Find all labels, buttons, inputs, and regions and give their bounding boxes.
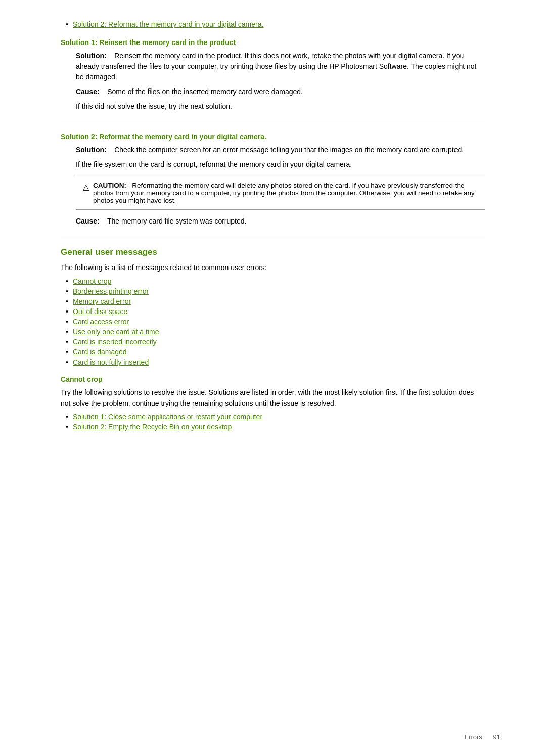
cannot-crop-intro: Try the following solutions to resolve t…	[61, 387, 485, 409]
link-card-not-fully-inserted[interactable]: Card is not fully inserted	[73, 358, 149, 366]
solution1-cause-text: Some of the files on the inserted memory…	[107, 87, 303, 96]
general-section: General user messages The following is a…	[61, 247, 485, 431]
caution-label: CAUTION:	[93, 182, 126, 189]
caution-body: Reformatting the memory card will delete…	[93, 182, 475, 204]
solution1-solution-text: Reinsert the memory card in the product.…	[76, 52, 476, 81]
list-item-card-not-fully-inserted: Card is not fully inserted	[66, 358, 485, 366]
list-item-cannot-crop: Cannot crop	[66, 277, 485, 285]
solution1-heading: Solution 1: Reinsert the memory card in …	[61, 38, 485, 47]
list-item-out-of-disk: Out of disk space	[66, 307, 485, 316]
link-card-access-error[interactable]: Card access error	[73, 318, 129, 326]
list-item-solution2-empty-bin: Solution 2: Empty the Recycle Bin on you…	[66, 423, 485, 431]
page-footer: Errors 91	[464, 733, 500, 741]
list-item-solution1-close: Solution 1: Close some applications or r…	[66, 413, 485, 421]
caution-text: CAUTION: Reformatting the memory card wi…	[93, 182, 478, 204]
general-intro: The following is a list of messages rela…	[61, 262, 485, 273]
cannot-crop-links-list: Solution 1: Close some applications or r…	[61, 413, 485, 431]
divider-1	[61, 122, 485, 122]
solution2-para2: If the file system on the card is corrup…	[76, 159, 485, 170]
list-item-borderless: Borderless printing error	[66, 287, 485, 295]
link-card-inserted-incorrectly[interactable]: Card is inserted incorrectly	[73, 338, 157, 346]
solution2-cause-text: The memory card file system was corrupte…	[107, 217, 246, 225]
solution2-cause-label: Cause:	[76, 217, 100, 225]
link-borderless-printing-error[interactable]: Borderless printing error	[73, 287, 149, 295]
general-heading: General user messages	[61, 247, 485, 257]
list-item-memory-card-error: Memory card error	[66, 297, 485, 305]
solution1-next: If this did not solve the issue, try the…	[76, 101, 485, 112]
link-cannot-crop[interactable]: Cannot crop	[73, 277, 111, 285]
caution-triangle-icon: △	[83, 182, 89, 204]
caution-box: △ CAUTION: Reformatting the memory card …	[76, 176, 485, 210]
solution1-cause-para: Cause: Some of the files on the inserted…	[76, 86, 485, 97]
general-links-list: Cannot crop Borderless printing error Me…	[61, 277, 485, 366]
link-use-only-one-card[interactable]: Use only one card at a time	[73, 328, 159, 336]
link-out-of-disk-space[interactable]: Out of disk space	[73, 307, 127, 316]
list-item-card-access-error: Card access error	[66, 318, 485, 326]
divider-2	[61, 237, 485, 237]
link-card-damaged[interactable]: Card is damaged	[73, 348, 127, 356]
link-solution2-empty-bin[interactable]: Solution 2: Empty the Recycle Bin on you…	[73, 423, 232, 431]
list-item-card-damaged: Card is damaged	[66, 348, 485, 356]
solution1-solution-label: Solution:	[76, 52, 107, 60]
cannot-crop-heading: Cannot crop	[61, 375, 485, 383]
solution2-reformat-link[interactable]: Solution 2: Reformat the memory card in …	[73, 20, 263, 28]
link-solution1-close-apps[interactable]: Solution 1: Close some applications or r…	[73, 413, 262, 421]
footer-page-number: 91	[493, 733, 500, 741]
solution2-heading: Solution 2: Reformat the memory card in …	[61, 132, 485, 141]
solution2-solution-label: Solution:	[76, 146, 107, 154]
footer-section: Errors	[464, 733, 482, 741]
link-memory-card-error[interactable]: Memory card error	[73, 297, 131, 305]
solution1-cause-label: Cause:	[76, 87, 100, 96]
solution2-solution-text: Check the computer screen for an error m…	[114, 146, 464, 154]
solution2-solution-para: Solution: Check the computer screen for …	[76, 145, 485, 155]
solution1-solution-para: Solution: Reinsert the memory card in th…	[76, 51, 485, 82]
solution2-cause-para: Cause: The memory card file system was c…	[76, 216, 485, 227]
list-item-use-only-one: Use only one card at a time	[66, 328, 485, 336]
list-item-card-inserted-incorrectly: Card is inserted incorrectly	[66, 338, 485, 346]
